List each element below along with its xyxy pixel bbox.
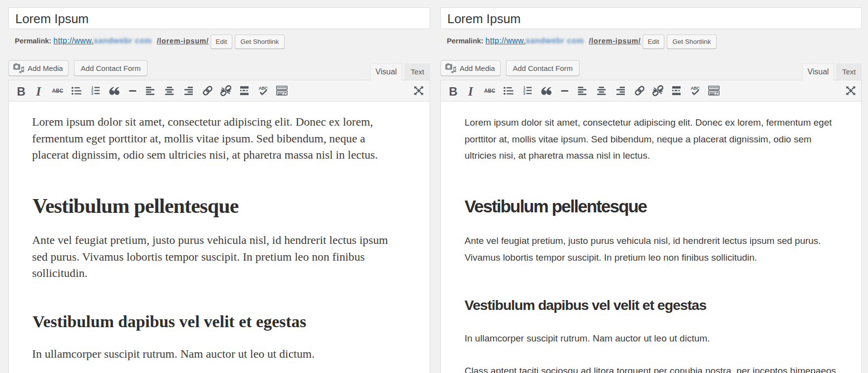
svg-text:3: 3 xyxy=(523,91,525,95)
svg-text:3: 3 xyxy=(91,91,93,95)
